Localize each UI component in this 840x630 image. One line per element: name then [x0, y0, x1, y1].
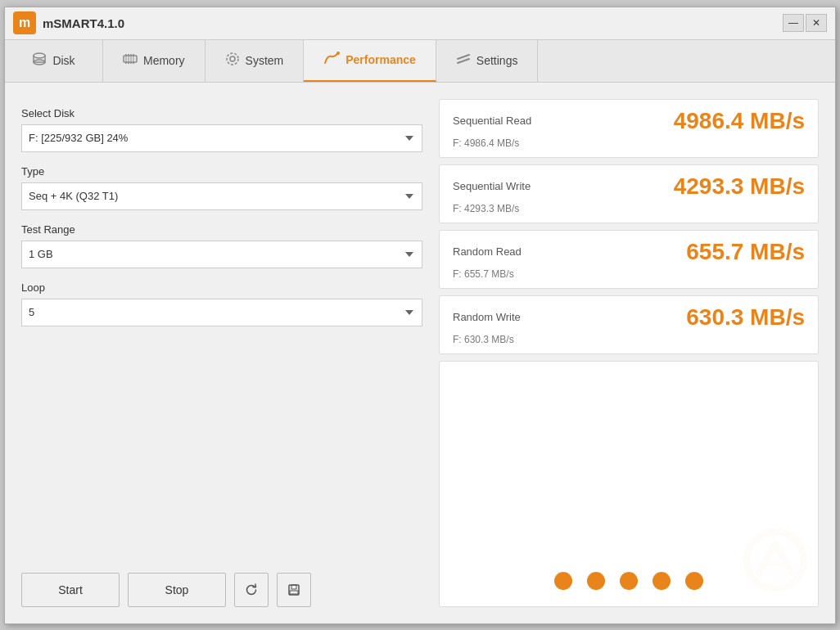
tab-memory[interactable]: Memory — [103, 40, 205, 82]
refresh-icon — [245, 583, 258, 596]
tab-memory-label: Memory — [143, 54, 185, 67]
random-write-top: Random Write 630.3 MB/s — [453, 304, 805, 331]
random-write-value: 630.3 MB/s — [686, 304, 805, 331]
app-logo: m — [13, 11, 36, 34]
random-read-label: Random Read — [453, 245, 522, 258]
type-label: Type — [21, 165, 422, 178]
loop-input[interactable]: 5 — [21, 299, 422, 326]
sequential-write-card: Sequential Write 4293.3 MB/s F: 4293.3 M… — [439, 164, 819, 223]
disk-icon — [32, 52, 47, 70]
sequential-write-sub: F: 4293.3 MB/s — [453, 203, 805, 214]
select-disk-group: Select Disk F: [225/932 GB] 24% — [21, 107, 422, 152]
svg-point-24 — [747, 532, 804, 589]
title-bar: m mSMART4.1.0 — ✕ — [5, 7, 835, 40]
save-button[interactable] — [277, 573, 311, 607]
minimize-button[interactable]: — — [783, 14, 804, 32]
tab-settings-label: Settings — [476, 54, 518, 67]
tab-system[interactable]: System — [205, 40, 305, 82]
random-read-value: 655.7 MB/s — [686, 239, 805, 265]
tab-system-label: System — [246, 54, 284, 67]
dot-5 — [685, 572, 703, 590]
svg-line-19 — [458, 55, 469, 59]
random-write-sub: F: 630.3 MB/s — [453, 334, 805, 345]
select-disk-label: Select Disk — [21, 107, 422, 119]
sequential-write-value: 4293.3 MB/s — [674, 173, 805, 200]
random-read-top: Random Read 655.7 MB/s — [453, 239, 805, 265]
performance-icon — [323, 52, 340, 68]
svg-point-17 — [227, 53, 238, 65]
test-range-label: Test Range — [21, 223, 422, 236]
left-panel: Select Disk F: [225/932 GB] 24% Type Seq… — [21, 99, 422, 607]
refresh-button[interactable] — [234, 573, 269, 607]
app-window: m mSMART4.1.0 — ✕ Disk — [4, 7, 836, 624]
tab-disk[interactable]: Disk — [5, 40, 103, 82]
title-bar-left: m mSMART4.1.0 — [13, 11, 124, 34]
title-controls: — ✕ — [783, 14, 827, 32]
bottom-actions: Start Stop — [21, 565, 422, 607]
dot-1 — [554, 572, 572, 590]
svg-rect-21 — [289, 585, 299, 595]
app-title: mSMART4.1.0 — [43, 16, 124, 30]
type-input[interactable]: Seq + 4K (Q32 T1) — [21, 182, 422, 210]
tab-disk-label: Disk — [52, 54, 75, 67]
random-read-sub: F: 655.7 MB/s — [453, 268, 805, 280]
settings-icon — [456, 52, 471, 70]
watermark — [743, 528, 808, 600]
sequential-read-top: Sequential Read 4986.4 MB/s — [453, 108, 805, 134]
dot-2 — [587, 572, 605, 590]
sequential-read-label: Sequential Read — [453, 115, 531, 127]
right-panel: Sequential Read 4986.4 MB/s F: 4986.4 MB… — [439, 99, 819, 607]
close-button[interactable]: ✕ — [806, 14, 827, 32]
test-range-group: Test Range 1 GB — [21, 223, 422, 268]
save-icon — [287, 583, 300, 596]
tab-performance[interactable]: Performance — [304, 40, 436, 82]
tab-performance-label: Performance — [345, 53, 416, 66]
sequential-write-label: Sequential Write — [453, 180, 531, 192]
sequential-read-card: Sequential Read 4986.4 MB/s F: 4986.4 MB… — [439, 99, 819, 158]
random-write-card: Random Write 630.3 MB/s F: 630.3 MB/s — [439, 295, 819, 354]
memory-icon — [123, 53, 138, 68]
start-button[interactable]: Start — [21, 573, 120, 607]
random-read-card: Random Read 655.7 MB/s F: 655.7 MB/s — [439, 230, 819, 289]
loop-group: Loop 5 — [21, 281, 422, 326]
svg-rect-23 — [290, 591, 298, 594]
type-group: Type Seq + 4K (Q32 T1) — [21, 165, 422, 210]
main-content: Select Disk F: [225/932 GB] 24% Type Seq… — [5, 83, 835, 623]
svg-line-20 — [458, 59, 469, 63]
dot-3 — [620, 572, 638, 590]
select-disk-input[interactable]: F: [225/932 GB] 24% — [21, 124, 422, 152]
svg-rect-3 — [124, 56, 137, 62]
dots-row — [554, 572, 703, 598]
svg-point-2 — [34, 53, 45, 58]
progress-card — [439, 361, 819, 607]
system-icon — [225, 52, 240, 70]
test-range-input[interactable]: 1 GB — [21, 241, 422, 268]
sequential-read-sub: F: 4986.4 MB/s — [453, 137, 805, 149]
svg-point-18 — [336, 52, 340, 55]
stop-button[interactable]: Stop — [128, 573, 226, 607]
sequential-write-top: Sequential Write 4293.3 MB/s — [453, 173, 805, 200]
tab-bar: Disk Memo — [5, 40, 835, 83]
svg-point-16 — [230, 56, 235, 61]
dot-4 — [653, 572, 671, 590]
tab-settings[interactable]: Settings — [436, 40, 539, 82]
random-write-label: Random Write — [453, 311, 521, 323]
sequential-read-value: 4986.4 MB/s — [674, 108, 805, 134]
loop-label: Loop — [21, 281, 422, 294]
